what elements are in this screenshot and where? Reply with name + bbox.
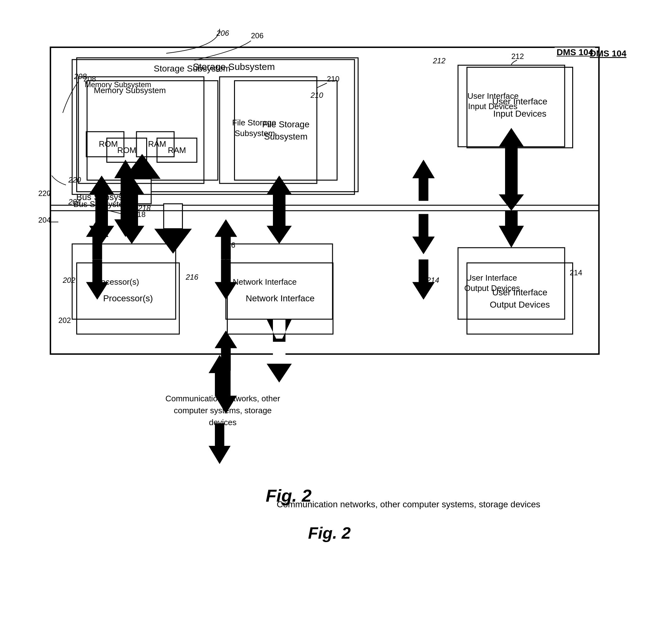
rom-label: ROM xyxy=(117,145,137,155)
dms-label: DMS 104 xyxy=(555,47,595,57)
network-box: Network Interface xyxy=(227,263,333,335)
ref-218: 218 xyxy=(138,204,151,213)
storage-subsystem-box: Storage Subsystem Memory Subsystem ROM R… xyxy=(76,57,358,192)
bus-line xyxy=(51,205,598,206)
ui-input-box: User InterfaceInput Devices xyxy=(467,67,573,148)
ui-output-box: User InterfaceOutput Devices xyxy=(467,263,573,335)
svg-marker-7 xyxy=(154,229,192,254)
ui-output-label: User InterfaceOutput Devices xyxy=(490,286,549,311)
ref-212: 212 xyxy=(433,56,445,65)
ref-206: 206 xyxy=(216,29,229,38)
ref-202: 202 xyxy=(63,276,75,285)
storage-subsystem-label: Storage Subsystem xyxy=(193,61,275,72)
ref-210: 210 xyxy=(311,91,323,100)
ram-box: RAM xyxy=(157,138,197,163)
comm-networks-text: Communication networks, other computer s… xyxy=(277,498,540,511)
dms-box: DMS 104 Storage Subsystem Memory Subsyst… xyxy=(50,47,599,354)
ui-input-label: User InterfaceInput Devices xyxy=(492,95,547,120)
ref-204: 204 xyxy=(68,198,81,206)
ref-208: 208 xyxy=(74,72,87,81)
processor-label: Processor(s) xyxy=(103,293,153,304)
processor-box: Processor(s) xyxy=(76,263,180,335)
memory-subsystem-box: Memory Subsystem ROM RAM xyxy=(87,80,218,181)
ref-216: 216 xyxy=(186,273,198,282)
ref-214: 214 xyxy=(427,276,439,285)
bus-subsystem-label: Bus Subsystem xyxy=(76,192,137,202)
ref-220: 220 xyxy=(68,176,81,184)
fig-caption: Fig. 2 xyxy=(308,524,351,542)
memory-subsystem-label: Memory Subsystem xyxy=(94,86,166,95)
svg-marker-6 xyxy=(164,204,182,229)
ram-label: RAM xyxy=(168,145,186,155)
network-label: Network Interface xyxy=(246,293,314,304)
rom-box: ROM xyxy=(106,138,147,163)
diagram-container: DMS 104 Storage Subsystem Memory Subsyst… xyxy=(31,19,627,568)
file-storage-label: File StorageSubsystem xyxy=(262,118,310,143)
